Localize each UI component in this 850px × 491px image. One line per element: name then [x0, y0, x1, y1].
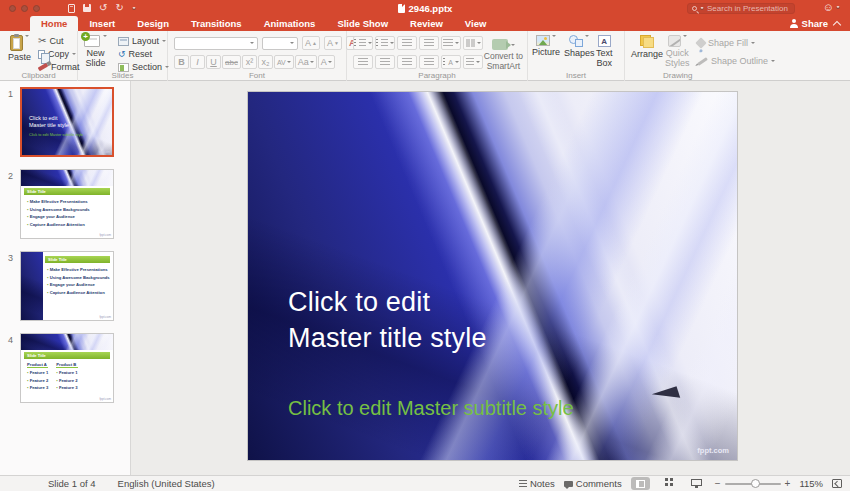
- tab-review[interactable]: Review: [399, 16, 454, 31]
- align-center-button[interactable]: [375, 55, 395, 69]
- paste-button[interactable]: Paste: [8, 35, 31, 63]
- text-direction-button[interactable]: A: [441, 55, 461, 69]
- search-input[interactable]: Search in Presentation: [687, 3, 795, 14]
- window-controls: [9, 5, 40, 12]
- language-indicator[interactable]: English (United States): [118, 478, 215, 489]
- tab-home[interactable]: Home: [30, 16, 78, 31]
- slide-4-banner-art: [21, 334, 113, 350]
- decrease-indent-button[interactable]: [397, 36, 417, 50]
- plus-icon: +: [81, 32, 90, 41]
- layout-button[interactable]: Layout: [118, 36, 169, 46]
- slide-show-button[interactable]: [687, 477, 706, 490]
- shape-fill-button[interactable]: Shape Fill: [697, 38, 775, 48]
- normal-view-button[interactable]: [631, 477, 650, 490]
- align-left-button[interactable]: [353, 55, 373, 69]
- justify-button[interactable]: [419, 55, 439, 69]
- slide-count-indicator[interactable]: Slide 1 of 4: [48, 478, 96, 489]
- line-spacing-button[interactable]: [441, 36, 461, 50]
- slide-title-placeholder[interactable]: Click to editMaster title style: [288, 284, 487, 357]
- save-icon[interactable]: [83, 4, 91, 12]
- quick-styles-button[interactable]: QuickStyles: [665, 35, 690, 69]
- zoom-out-button[interactable]: −: [715, 479, 721, 489]
- slide-3-thumbnail[interactable]: Slide Title Make Effective Presentations…: [20, 251, 114, 321]
- text-box-button[interactable]: A TextBox: [596, 35, 613, 69]
- zoom-window-button[interactable]: [33, 5, 40, 12]
- shapes-button[interactable]: Shapes: [564, 35, 595, 59]
- zoom-in-button[interactable]: +: [785, 479, 791, 489]
- notes-button[interactable]: Notes: [519, 478, 555, 489]
- strikethrough-button[interactable]: abc: [222, 55, 241, 69]
- reset-button[interactable]: ↺Reset: [118, 49, 169, 59]
- slide-sorter-view-button[interactable]: [659, 477, 678, 490]
- bold-label: B: [178, 57, 185, 67]
- arrange-button[interactable]: Arrange: [631, 35, 663, 60]
- tab-insert[interactable]: Insert: [78, 16, 126, 31]
- shape-outline-button[interactable]: Shape Outline: [697, 56, 775, 66]
- slide-1-thumbnail[interactable]: Click to editMaster title style Click to…: [20, 87, 114, 157]
- copy-button[interactable]: Copy: [38, 49, 80, 59]
- slide-show-icon: [691, 479, 702, 486]
- numbering-button[interactable]: [375, 36, 395, 50]
- tab-design[interactable]: Design: [126, 16, 180, 31]
- font-name-select[interactable]: [174, 37, 258, 50]
- bold-button[interactable]: B: [174, 55, 189, 69]
- minimize-window-button[interactable]: [21, 5, 28, 12]
- paragraph-group: A Convert to SmartArt Paragraph: [347, 31, 528, 81]
- superscript-label: x²: [246, 57, 254, 67]
- font-size-select[interactable]: [262, 37, 298, 50]
- underline-button[interactable]: U: [206, 55, 221, 69]
- columns-button[interactable]: [463, 36, 483, 50]
- increase-indent-button[interactable]: [419, 36, 439, 50]
- redo-icon[interactable]: ↻: [115, 3, 123, 13]
- align-right-button[interactable]: [397, 55, 417, 69]
- align-text-button[interactable]: [463, 55, 483, 69]
- slide-4-thumbnail[interactable]: Slide Title Product A Feature 1 Feature …: [20, 333, 114, 403]
- undo-icon[interactable]: ↺: [99, 3, 107, 13]
- fit-slide-to-window-icon[interactable]: [832, 479, 842, 488]
- clipboard-group-label: Clipboard: [0, 71, 77, 80]
- shapes-label: Shapes: [564, 49, 595, 59]
- font-color-button[interactable]: A: [318, 55, 335, 69]
- shrink-font-button[interactable]: A▼: [324, 36, 342, 50]
- paste-caret-icon[interactable]: [25, 35, 29, 37]
- cut-button[interactable]: ✂Cut: [38, 36, 80, 46]
- picture-button[interactable]: Picture: [532, 35, 560, 58]
- bullets-button[interactable]: [353, 36, 373, 50]
- zoom-slider[interactable]: [725, 483, 781, 485]
- numbering-icon: [376, 39, 378, 47]
- feedback-smiley-icon[interactable]: ☺: [823, 1, 840, 14]
- current-slide[interactable]: Click to editMaster title style Click to…: [248, 92, 737, 460]
- tab-transitions[interactable]: Transitions: [180, 16, 253, 31]
- layout-caret-icon: [162, 40, 166, 42]
- character-spacing-button[interactable]: AV: [274, 55, 294, 69]
- slide-4-column-a: Product A Feature 1 Feature 2 Feature 3: [27, 362, 48, 392]
- grow-font-button[interactable]: A▲: [302, 36, 320, 50]
- zoom-slider-thumb[interactable]: [751, 479, 760, 488]
- slide-subtitle-placeholder[interactable]: Click to edit Master subtitle style: [288, 397, 574, 420]
- slide-3-side-art: [21, 252, 43, 320]
- share-button[interactable]: Share: [790, 18, 828, 29]
- bullet-item: Engage your Audience: [27, 213, 113, 221]
- italic-button[interactable]: I: [190, 55, 205, 69]
- notes-label: Notes: [530, 478, 555, 489]
- new-file-icon[interactable]: [68, 4, 75, 13]
- zoom-level-indicator[interactable]: 115%: [799, 478, 823, 489]
- close-window-button[interactable]: [9, 5, 16, 12]
- change-case-button[interactable]: Aa: [295, 55, 317, 69]
- search-scope-caret-icon[interactable]: [700, 7, 704, 10]
- collapse-ribbon-icon[interactable]: [833, 21, 841, 29]
- convert-to-smartart-button[interactable]: Convert to SmartArt: [484, 39, 523, 72]
- tab-animations[interactable]: Animations: [253, 16, 327, 31]
- tab-view[interactable]: View: [454, 16, 497, 31]
- subscript-button[interactable]: x₂: [258, 55, 273, 69]
- new-slide-caret-icon[interactable]: [103, 35, 107, 37]
- tab-slide-show[interactable]: Slide Show: [326, 16, 399, 31]
- superscript-button[interactable]: x²: [242, 55, 257, 69]
- feature-item: Feature 3: [27, 384, 48, 392]
- comments-button[interactable]: Comments: [564, 478, 622, 489]
- new-slide-button[interactable]: + NewSlide: [84, 35, 107, 69]
- font-group: A▲ A▼ A◢ B I U abc x² x₂ AV Aa A Font: [168, 31, 347, 81]
- slide-2-thumbnail[interactable]: Slide Title Make Effective Presentations…: [20, 169, 114, 239]
- toolbar-options-caret-icon[interactable]: [132, 7, 136, 10]
- column-b-header: Product B: [56, 362, 77, 368]
